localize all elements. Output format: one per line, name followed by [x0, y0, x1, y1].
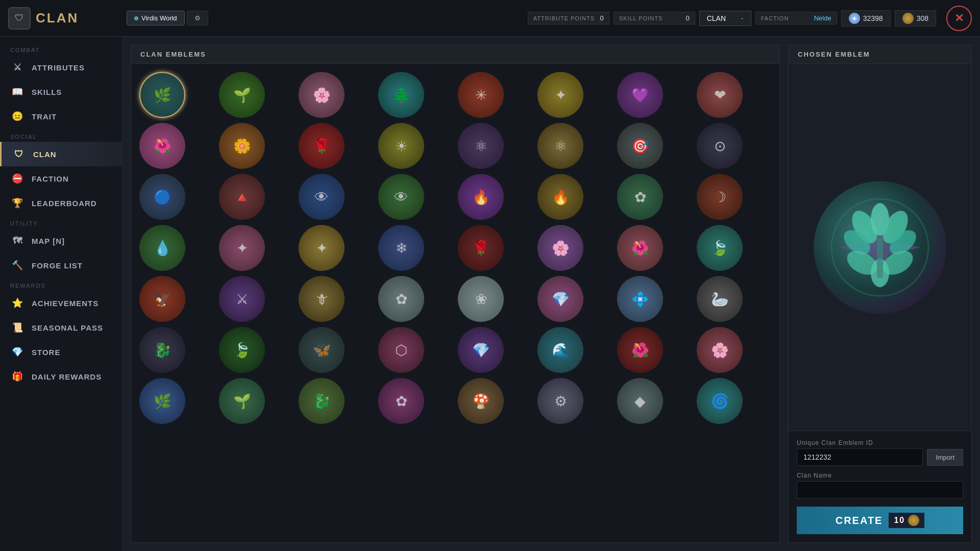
- emblem-item-20[interactable]: 👁: [378, 174, 424, 220]
- emblem-item-43[interactable]: 🦋: [299, 327, 345, 373]
- emblem-item-52[interactable]: ✿: [378, 378, 424, 424]
- emblem-item-49[interactable]: 🌿: [139, 378, 185, 424]
- emblem-item-5[interactable]: ✳: [458, 72, 504, 118]
- trait-icon: 😐: [10, 109, 24, 123]
- tab-virdis-world[interactable]: Virdis World: [127, 11, 185, 26]
- emblem-inner-1: 🌿: [144, 77, 180, 113]
- emblem-item-55[interactable]: ◆: [617, 378, 663, 424]
- emblem-item-4[interactable]: 🌲: [378, 72, 424, 118]
- emblem-item-8[interactable]: ❤: [697, 72, 743, 118]
- sidebar-item-faction[interactable]: ⛔ FACTION: [0, 166, 122, 191]
- emblem-item-56[interactable]: 🌀: [697, 378, 743, 424]
- emblem-item-33[interactable]: 🦅: [139, 276, 185, 322]
- emblem-id-row: Import: [797, 448, 963, 466]
- emblem-item-51[interactable]: 🐉: [299, 378, 345, 424]
- create-button[interactable]: CREATE 10: [797, 507, 963, 534]
- emblem-inner-18: 🔺: [224, 179, 260, 215]
- emblem-item-48[interactable]: 🌸: [697, 327, 743, 373]
- emblem-item-21[interactable]: 🔥: [458, 174, 504, 220]
- sidebar-item-daily[interactable]: 🎁 DAILY REWARDS: [0, 364, 122, 389]
- sidebar-item-seasonal[interactable]: 📜 SEASONAL PASS: [0, 315, 122, 340]
- emblem-item-13[interactable]: ⚛: [458, 123, 504, 169]
- emblem-item-1[interactable]: 🌿: [139, 72, 185, 118]
- emblem-item-34[interactable]: ⚔: [219, 276, 265, 322]
- chosen-emblem-circle: [814, 181, 946, 314]
- emblem-item-41[interactable]: 🐉: [139, 327, 185, 373]
- settings-icon: ⚙: [194, 14, 201, 22]
- emblem-item-46[interactable]: 🌊: [537, 327, 583, 373]
- emblem-item-9[interactable]: 🌺: [139, 123, 185, 169]
- emblem-item-24[interactable]: ☽: [697, 174, 743, 220]
- emblem-item-36[interactable]: ✿: [378, 276, 424, 322]
- emblem-inner-50: 🌱: [224, 383, 260, 419]
- emblem-item-2[interactable]: 🌱: [219, 72, 265, 118]
- emblem-item-35[interactable]: 🗡: [299, 276, 345, 322]
- sidebar-item-clan[interactable]: 🛡 CLAN: [0, 142, 122, 166]
- emblem-item-53[interactable]: 🍄: [458, 378, 504, 424]
- emblem-item-39[interactable]: 💠: [617, 276, 663, 322]
- currency1-icon: ◈: [849, 13, 860, 24]
- sidebar-item-skills[interactable]: 📖 SKILLS: [0, 80, 122, 104]
- section-rewards: REWARDS: [0, 278, 122, 291]
- emblem-item-7[interactable]: 💜: [617, 72, 663, 118]
- emblem-item-3[interactable]: 🌸: [299, 72, 345, 118]
- daily-icon: 🎁: [10, 369, 24, 384]
- emblems-grid-wrapper[interactable]: 🌿🌱🌸🌲✳✦💜❤🌺🌼🌹☀⚛⚛🎯⊙🔵🔺👁👁🔥🔥✿☽💧✦✦❄🌹🌸🌺🍃🦅⚔🗡✿❀💎💠🦢…: [131, 64, 779, 542]
- sidebar-item-forge[interactable]: 🔨 FORGE LIST: [0, 253, 122, 278]
- emblem-item-12[interactable]: ☀: [378, 123, 424, 169]
- sidebar-item-leaderboard[interactable]: 🏆 LEADERBOARD: [0, 191, 122, 215]
- emblem-item-42[interactable]: 🍃: [219, 327, 265, 373]
- close-button[interactable]: ✕: [946, 6, 972, 31]
- clan-name-label: Clan Name: [797, 472, 963, 479]
- clan-dropdown[interactable]: CLAN -: [699, 11, 751, 26]
- attribute-points-value: 0: [600, 14, 603, 22]
- sidebar-item-store[interactable]: 💎 STORE: [0, 340, 122, 364]
- emblem-item-16[interactable]: ⊙: [697, 123, 743, 169]
- emblem-inner-19: 👁: [304, 179, 339, 215]
- emblem-item-14[interactable]: ⚛: [537, 123, 583, 169]
- emblem-id-input[interactable]: [797, 448, 923, 466]
- emblem-item-40[interactable]: 🦢: [697, 276, 743, 322]
- clan-dropdown-dash[interactable]: -: [741, 14, 744, 22]
- clan-name-input[interactable]: [797, 481, 963, 498]
- emblem-inner-44: ⬡: [383, 332, 419, 368]
- emblem-item-47[interactable]: 🌺: [617, 327, 663, 373]
- emblem-inner-26: ✦: [224, 230, 260, 266]
- emblem-item-28[interactable]: ❄: [378, 225, 424, 271]
- emblem-item-11[interactable]: 🌹: [299, 123, 345, 169]
- emblems-panel-header: CLAN EMBLEMS: [131, 45, 779, 64]
- emblem-item-18[interactable]: 🔺: [219, 174, 265, 220]
- emblem-item-6[interactable]: ✦: [537, 72, 583, 118]
- emblem-item-45[interactable]: 💎: [458, 327, 504, 373]
- emblem-item-26[interactable]: ✦: [219, 225, 265, 271]
- emblem-item-44[interactable]: ⬡: [378, 327, 424, 373]
- emblem-inner-11: 🌹: [304, 128, 339, 164]
- emblem-inner-53: 🍄: [463, 383, 499, 419]
- emblem-item-38[interactable]: 💎: [537, 276, 583, 322]
- sidebar-item-map[interactable]: 🗺 MAP [N]: [0, 229, 122, 253]
- map-label: MAP [N]: [32, 237, 65, 245]
- emblem-item-54[interactable]: ⚙: [537, 378, 583, 424]
- emblem-inner-28: ❄: [383, 230, 419, 266]
- emblem-item-50[interactable]: 🌱: [219, 378, 265, 424]
- emblem-item-17[interactable]: 🔵: [139, 174, 185, 220]
- sidebar-item-trait[interactable]: 😐 TRAIT: [0, 104, 122, 129]
- emblem-item-15[interactable]: 🎯: [617, 123, 663, 169]
- sidebar-item-achievements[interactable]: ⭐ ACHIEVEMENTS: [0, 291, 122, 315]
- sidebar-item-attributes[interactable]: ⚔ ATTRIBUTES: [0, 55, 122, 80]
- emblem-item-19[interactable]: 👁: [299, 174, 345, 220]
- emblem-item-25[interactable]: 💧: [139, 225, 185, 271]
- import-button[interactable]: Import: [927, 449, 963, 466]
- tab-settings[interactable]: ⚙: [187, 11, 208, 26]
- emblem-item-27[interactable]: ✦: [299, 225, 345, 271]
- emblem-item-32[interactable]: 🍃: [697, 225, 743, 271]
- emblem-item-30[interactable]: 🌸: [537, 225, 583, 271]
- attributes-icon: ⚔: [10, 60, 24, 74]
- emblem-item-23[interactable]: ✿: [617, 174, 663, 220]
- emblem-item-22[interactable]: 🔥: [537, 174, 583, 220]
- emblem-item-31[interactable]: 🌺: [617, 225, 663, 271]
- emblem-item-37[interactable]: ❀: [458, 276, 504, 322]
- emblem-item-10[interactable]: 🌼: [219, 123, 265, 169]
- emblem-inner-12: ☀: [383, 128, 419, 164]
- emblem-item-29[interactable]: 🌹: [458, 225, 504, 271]
